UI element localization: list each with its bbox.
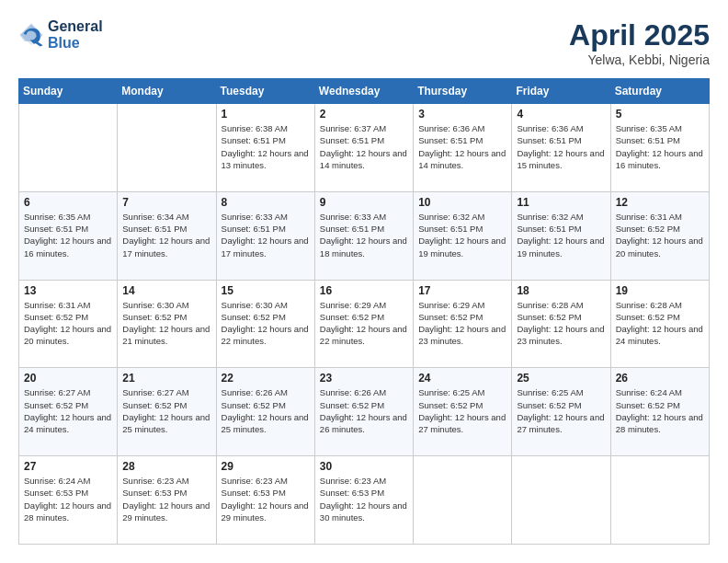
day-detail: Sunrise: 6:28 AM Sunset: 6:52 PM Dayligh… <box>517 299 605 348</box>
day-detail: Sunrise: 6:23 AM Sunset: 6:53 PM Dayligh… <box>122 475 210 523</box>
calendar-cell <box>512 456 610 545</box>
day-number: 6 <box>24 196 112 209</box>
page: General Blue April 2025 Yelwa, Kebbi, Ni… <box>0 0 728 563</box>
day-number: 18 <box>517 284 605 297</box>
day-detail: Sunrise: 6:35 AM Sunset: 6:51 PM Dayligh… <box>616 122 704 171</box>
day-number: 17 <box>418 284 506 297</box>
calendar-cell: 21Sunrise: 6:27 AM Sunset: 6:52 PM Dayli… <box>118 368 216 456</box>
day-detail: Sunrise: 6:30 AM Sunset: 6:52 PM Dayligh… <box>122 299 210 348</box>
calendar-cell: 4Sunrise: 6:36 AM Sunset: 6:51 PM Daylig… <box>512 104 610 192</box>
calendar-cell <box>610 456 709 545</box>
calendar-cell: 28Sunrise: 6:23 AM Sunset: 6:53 PM Dayli… <box>118 456 216 545</box>
month-title: April 2025 <box>569 18 710 52</box>
day-detail: Sunrise: 6:25 AM Sunset: 6:52 PM Dayligh… <box>418 386 506 435</box>
title-block: April 2025 Yelwa, Kebbi, Nigeria <box>569 18 710 67</box>
day-number: 9 <box>320 196 408 209</box>
day-number: 5 <box>616 108 704 121</box>
calendar-cell: 16Sunrise: 6:29 AM Sunset: 6:52 PM Dayli… <box>314 280 413 368</box>
day-number: 14 <box>122 284 210 297</box>
calendar-cell: 20Sunrise: 6:27 AM Sunset: 6:52 PM Dayli… <box>19 368 118 456</box>
calendar-cell: 17Sunrise: 6:29 AM Sunset: 6:52 PM Dayli… <box>414 280 512 368</box>
calendar-cell: 12Sunrise: 6:31 AM Sunset: 6:52 PM Dayli… <box>610 191 709 280</box>
day-number: 1 <box>222 108 310 121</box>
day-number: 16 <box>320 284 408 297</box>
calendar-cell: 19Sunrise: 6:28 AM Sunset: 6:52 PM Dayli… <box>610 280 709 368</box>
day-number: 10 <box>418 196 506 209</box>
day-detail: Sunrise: 6:25 AM Sunset: 6:52 PM Dayligh… <box>517 386 605 435</box>
day-detail: Sunrise: 6:31 AM Sunset: 6:52 PM Dayligh… <box>616 211 704 259</box>
calendar-cell: 25Sunrise: 6:25 AM Sunset: 6:52 PM Dayli… <box>512 368 610 456</box>
day-detail: Sunrise: 6:27 AM Sunset: 6:52 PM Dayligh… <box>24 386 112 435</box>
day-number: 19 <box>616 284 704 297</box>
day-number: 15 <box>222 284 310 297</box>
calendar-cell: 24Sunrise: 6:25 AM Sunset: 6:52 PM Dayli… <box>414 368 512 456</box>
day-detail: Sunrise: 6:28 AM Sunset: 6:52 PM Dayligh… <box>616 299 704 348</box>
logo-text: General Blue <box>48 18 103 51</box>
calendar-cell: 26Sunrise: 6:24 AM Sunset: 6:52 PM Dayli… <box>610 368 709 456</box>
calendar-week-row: 1Sunrise: 6:38 AM Sunset: 6:51 PM Daylig… <box>19 104 710 192</box>
day-number: 8 <box>222 196 310 209</box>
day-number: 11 <box>517 196 605 209</box>
calendar-cell: 27Sunrise: 6:24 AM Sunset: 6:53 PM Dayli… <box>19 456 118 545</box>
day-detail: Sunrise: 6:31 AM Sunset: 6:52 PM Dayligh… <box>24 299 112 348</box>
location: Yelwa, Kebbi, Nigeria <box>569 52 710 67</box>
calendar-cell: 18Sunrise: 6:28 AM Sunset: 6:52 PM Dayli… <box>512 280 610 368</box>
day-detail: Sunrise: 6:35 AM Sunset: 6:51 PM Dayligh… <box>24 211 112 259</box>
day-number: 27 <box>24 460 112 473</box>
day-detail: Sunrise: 6:38 AM Sunset: 6:51 PM Dayligh… <box>222 122 310 171</box>
calendar-cell <box>118 104 216 192</box>
calendar-cell: 8Sunrise: 6:33 AM Sunset: 6:51 PM Daylig… <box>216 191 314 280</box>
day-detail: Sunrise: 6:32 AM Sunset: 6:51 PM Dayligh… <box>418 211 506 259</box>
day-number: 21 <box>122 372 210 385</box>
day-detail: Sunrise: 6:34 AM Sunset: 6:51 PM Dayligh… <box>122 211 210 259</box>
calendar-cell: 11Sunrise: 6:32 AM Sunset: 6:51 PM Dayli… <box>512 191 610 280</box>
calendar-week-row: 13Sunrise: 6:31 AM Sunset: 6:52 PM Dayli… <box>19 280 710 368</box>
weekday-header-monday: Monday <box>118 79 216 104</box>
weekday-header-saturday: Saturday <box>610 79 709 104</box>
day-detail: Sunrise: 6:30 AM Sunset: 6:52 PM Dayligh… <box>222 299 310 348</box>
day-detail: Sunrise: 6:23 AM Sunset: 6:53 PM Dayligh… <box>222 475 310 523</box>
weekday-header-wednesday: Wednesday <box>314 79 413 104</box>
calendar-cell: 14Sunrise: 6:30 AM Sunset: 6:52 PM Dayli… <box>118 280 216 368</box>
calendar-cell: 6Sunrise: 6:35 AM Sunset: 6:51 PM Daylig… <box>19 191 118 280</box>
header: General Blue April 2025 Yelwa, Kebbi, Ni… <box>18 18 710 67</box>
weekday-header-friday: Friday <box>512 79 610 104</box>
weekday-header-sunday: Sunday <box>19 79 118 104</box>
calendar-week-row: 6Sunrise: 6:35 AM Sunset: 6:51 PM Daylig… <box>19 191 710 280</box>
calendar-header-row: SundayMondayTuesdayWednesdayThursdayFrid… <box>19 79 710 104</box>
day-detail: Sunrise: 6:33 AM Sunset: 6:51 PM Dayligh… <box>320 211 408 259</box>
day-number: 26 <box>616 372 704 385</box>
day-number: 30 <box>320 460 408 473</box>
day-number: 7 <box>122 196 210 209</box>
day-number: 23 <box>320 372 408 385</box>
day-number: 4 <box>517 108 605 121</box>
day-number: 24 <box>418 372 506 385</box>
day-detail: Sunrise: 6:26 AM Sunset: 6:52 PM Dayligh… <box>320 386 408 435</box>
weekday-header-thursday: Thursday <box>414 79 512 104</box>
day-number: 20 <box>24 372 112 385</box>
calendar-cell <box>414 456 512 545</box>
day-detail: Sunrise: 6:27 AM Sunset: 6:52 PM Dayligh… <box>122 386 210 435</box>
calendar-table: SundayMondayTuesdayWednesdayThursdayFrid… <box>18 78 710 545</box>
calendar-cell: 22Sunrise: 6:26 AM Sunset: 6:52 PM Dayli… <box>216 368 314 456</box>
day-detail: Sunrise: 6:33 AM Sunset: 6:51 PM Dayligh… <box>222 211 310 259</box>
day-detail: Sunrise: 6:29 AM Sunset: 6:52 PM Dayligh… <box>418 299 506 348</box>
calendar-cell: 3Sunrise: 6:36 AM Sunset: 6:51 PM Daylig… <box>414 104 512 192</box>
calendar-cell <box>19 104 118 192</box>
day-number: 22 <box>222 372 310 385</box>
calendar-cell: 29Sunrise: 6:23 AM Sunset: 6:53 PM Dayli… <box>216 456 314 545</box>
calendar-cell: 13Sunrise: 6:31 AM Sunset: 6:52 PM Dayli… <box>19 280 118 368</box>
calendar-cell: 30Sunrise: 6:23 AM Sunset: 6:53 PM Dayli… <box>314 456 413 545</box>
day-number: 25 <box>517 372 605 385</box>
day-detail: Sunrise: 6:23 AM Sunset: 6:53 PM Dayligh… <box>320 475 408 523</box>
day-detail: Sunrise: 6:29 AM Sunset: 6:52 PM Dayligh… <box>320 299 408 348</box>
calendar-cell: 10Sunrise: 6:32 AM Sunset: 6:51 PM Dayli… <box>414 191 512 280</box>
calendar-week-row: 27Sunrise: 6:24 AM Sunset: 6:53 PM Dayli… <box>19 456 710 545</box>
day-number: 3 <box>418 108 506 121</box>
day-detail: Sunrise: 6:36 AM Sunset: 6:51 PM Dayligh… <box>418 122 506 171</box>
calendar-week-row: 20Sunrise: 6:27 AM Sunset: 6:52 PM Dayli… <box>19 368 710 456</box>
weekday-header-tuesday: Tuesday <box>216 79 314 104</box>
calendar-cell: 23Sunrise: 6:26 AM Sunset: 6:52 PM Dayli… <box>314 368 413 456</box>
day-number: 29 <box>222 460 310 473</box>
calendar-cell: 9Sunrise: 6:33 AM Sunset: 6:51 PM Daylig… <box>314 191 413 280</box>
